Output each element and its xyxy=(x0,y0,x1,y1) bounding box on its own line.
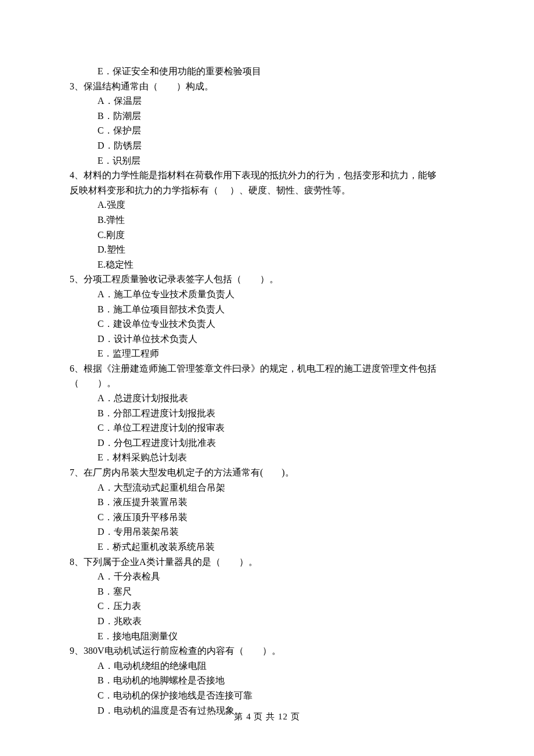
question-number: 5、 xyxy=(70,274,84,284)
option: B．液压提升装置吊装 xyxy=(70,495,464,510)
question-text: 材料的力学性能是指材料在荷载作用下表现的抵抗外力的行为，包括变形和抗力，能够 xyxy=(84,170,436,180)
option: E.稳定性 xyxy=(70,257,464,272)
option: A．总进度计划报批表 xyxy=(70,391,464,406)
option: B．施工单位项目部技术负责人 xyxy=(70,302,464,317)
question-text: 根据《注册建造师施工管理签章文件曰录》的规定，机电工程的施工进度管理文件包括 xyxy=(84,363,436,373)
option: A．电动机绕组的绝缘电阻 xyxy=(70,658,464,674)
question-text: 380V电动机试运行前应检查的内容有（ ）。 xyxy=(84,646,281,656)
option: C．单位工程进度计划的报审表 xyxy=(70,420,464,435)
question-stem-cont: 反映材料变形和抗力的力学指标有（ ）、硬度、韧性、疲劳性等。 xyxy=(70,183,464,198)
option: B．电动机的地脚螺栓是否接地 xyxy=(70,673,464,688)
option: E．识别层 xyxy=(70,153,464,168)
option: C.刚度 xyxy=(70,228,464,243)
option: D.塑性 xyxy=(70,242,464,257)
question-stem-cont: （ ）。 xyxy=(70,376,464,391)
option: C．建设单位专业技术负责人 xyxy=(70,316,464,332)
question-number: 4、 xyxy=(70,170,84,180)
option: D．设计单位技术负责人 xyxy=(70,332,464,347)
question-text: 分项工程质量验收记录表签字人包括（ ）。 xyxy=(84,274,279,284)
question-stem: 9、380V电动机试运行前应检查的内容有（ ）。 xyxy=(70,643,464,658)
option: A．保温层 xyxy=(70,93,464,109)
option: C．压力表 xyxy=(70,599,464,614)
question-stem: 5、分项工程质量验收记录表签字人包括（ ）。 xyxy=(70,272,464,287)
option: D．防锈层 xyxy=(70,138,464,153)
option: A.强度 xyxy=(70,197,464,213)
option: D．分包工程进度计划批准表 xyxy=(70,435,464,451)
question-number: 7、 xyxy=(70,467,84,477)
option: A．施工单位专业技术质量负责人 xyxy=(70,287,464,302)
question-text: 在厂房内吊装大型发电机定子的方法通常有( )。 xyxy=(84,467,294,477)
option: B.弹性 xyxy=(70,213,464,228)
question-number: 3、 xyxy=(70,81,84,91)
question-number: 6、 xyxy=(70,363,84,373)
document-page: E．保证安全和使用功能的重要检验项目 3、保温结构通常由（ ）构成。 A．保温层… xyxy=(0,0,534,741)
option: E．接地电阻测量仪 xyxy=(70,629,464,644)
option: E．监理工程师 xyxy=(70,346,464,361)
option: A．大型流动式起重机组合吊架 xyxy=(70,480,464,495)
question-stem: 6、根据《注册建造师施工管理签章文件曰录》的规定，机电工程的施工进度管理文件包括 xyxy=(70,361,464,376)
option: B．塞尺 xyxy=(70,584,464,599)
option: D．专用吊装架吊装 xyxy=(70,524,464,539)
option: C．电动机的保护接地线是否连接可靠 xyxy=(70,688,464,703)
option: A．千分表检具 xyxy=(70,569,464,584)
option: E．材料采购总计划表 xyxy=(70,450,464,465)
question-text: 保温结构通常由（ ）构成。 xyxy=(84,81,214,91)
question-text: 下列属于企业A类计量器具的是（ ）。 xyxy=(84,557,258,567)
question-number: 9、 xyxy=(70,646,84,656)
question-stem: 3、保温结构通常由（ ）构成。 xyxy=(70,79,464,94)
trailing-option: E．保证安全和使用功能的重要检验项目 xyxy=(70,64,464,79)
option: B．防潮层 xyxy=(70,109,464,124)
question-stem: 4、材料的力学性能是指材料在荷载作用下表现的抵抗外力的行为，包括变形和抗力，能够 xyxy=(70,168,464,183)
option: D．兆欧表 xyxy=(70,614,464,629)
option: B．分部工程进度计划报批表 xyxy=(70,406,464,421)
option: E．桥式起重机改装系统吊装 xyxy=(70,539,464,555)
option: C．液压顶升平移吊装 xyxy=(70,510,464,525)
option: C．保护层 xyxy=(70,123,464,138)
question-stem: 7、在厂房内吊装大型发电机定子的方法通常有( )。 xyxy=(70,465,464,480)
page-footer: 第 4 页 共 12 页 xyxy=(0,710,534,723)
question-number: 8、 xyxy=(70,557,84,567)
question-stem: 8、下列属于企业A类计量器具的是（ ）。 xyxy=(70,555,464,570)
